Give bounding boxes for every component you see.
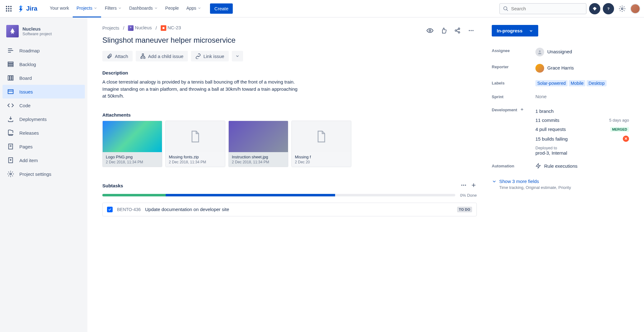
reporter-value[interactable]: Grace Harris — [535, 64, 629, 73]
automation-value[interactable]: Rule executions — [535, 163, 629, 169]
subtask-row[interactable]: BENTO-436Update documentation on develop… — [102, 203, 477, 216]
breadcrumb-projects[interactable]: Projects — [102, 25, 119, 31]
attach-icon — [107, 53, 112, 59]
dev-commits[interactable]: 11 commits — [535, 118, 559, 123]
attachment-date: 2 Dec 20 — [295, 160, 348, 164]
profile-avatar[interactable] — [630, 4, 640, 14]
deployed-value[interactable]: prod-3, Internal — [535, 150, 629, 156]
sidebar-item-add-item[interactable]: Add item — [2, 153, 85, 167]
done-percent: 0% Done — [460, 193, 477, 198]
svg-rect-17 — [8, 76, 10, 80]
svg-point-30 — [458, 28, 460, 30]
attachments-list: Logo PNG.png2 Dec 2018, 11:34 PMMissing … — [102, 121, 477, 167]
label-chip[interactable]: Desktop — [587, 80, 606, 86]
sidebar-item-project-settings[interactable]: Project settings — [2, 167, 85, 181]
add-child-button[interactable]: Add a child issue — [136, 51, 188, 61]
nav-your-work[interactable]: Your work — [46, 0, 73, 17]
show-more-fields-list: Time tracking, Original estimate, Priori… — [499, 185, 629, 190]
jira-logo[interactable]: Jira — [15, 5, 40, 12]
more-actions-icon[interactable] — [466, 25, 477, 36]
svg-point-37 — [472, 30, 473, 31]
nav-dashboards[interactable]: Dashboards — [125, 0, 162, 17]
search-box[interactable] — [499, 3, 587, 14]
build-fail-icon: ✕ — [623, 136, 629, 142]
sidebar-item-issues[interactable]: Issues — [2, 85, 85, 99]
sidebar-item-board[interactable]: Board — [2, 71, 85, 85]
sidebar-item-roadmap[interactable]: Roadmap — [2, 44, 85, 57]
chevron-down-icon — [492, 179, 497, 184]
svg-line-33 — [456, 29, 458, 30]
app-switcher-icon[interactable] — [4, 4, 14, 14]
nav-filters[interactable]: Filters — [101, 0, 125, 17]
project-header[interactable]: Nucleus Software project — [2, 25, 85, 44]
sidebar-item-code[interactable]: Code — [2, 99, 85, 112]
label-chip[interactable]: Mobile — [569, 80, 585, 86]
add-subtask-icon[interactable] — [471, 182, 477, 189]
svg-rect-2 — [10, 6, 12, 7]
dev-branch[interactable]: 1 branch — [535, 108, 554, 114]
status-dropdown[interactable]: In-progress — [492, 25, 538, 36]
subtask-key[interactable]: BENTO-436 — [117, 207, 141, 212]
svg-rect-41 — [144, 57, 145, 59]
sprint-value[interactable]: None — [535, 94, 629, 99]
issue-title[interactable]: Slingshot maneuver helper microservice — [102, 36, 477, 45]
dev-prs[interactable]: 4 pull requests — [535, 127, 566, 132]
file-icon — [166, 121, 225, 152]
roadmap-icon — [7, 47, 14, 54]
help-icon[interactable]: ? — [603, 3, 614, 14]
dev-builds[interactable]: 15 builds failing — [535, 136, 568, 142]
chevron-down-icon — [118, 6, 122, 10]
add-development-icon[interactable] — [520, 107, 524, 113]
development-value: 1 branch 11 commits5 days ago 4 pull req… — [535, 107, 629, 156]
chevron-down-icon — [235, 54, 240, 58]
share-icon[interactable] — [452, 25, 463, 36]
story-icon — [161, 25, 166, 31]
link-issue-dropdown[interactable] — [232, 51, 243, 61]
nav-apps[interactable]: Apps — [183, 0, 205, 17]
attachment-name: Instruction sheet.jpg — [232, 155, 285, 159]
search-input[interactable] — [511, 6, 583, 11]
code-icon — [7, 102, 14, 109]
attach-button[interactable]: Attach — [102, 51, 133, 61]
show-more-fields[interactable]: Show 3 more fields — [492, 179, 629, 184]
labels-value[interactable]: Solar-poweredMobileDesktop — [535, 80, 629, 86]
sidebar-item-releases[interactable]: Releases — [2, 126, 85, 140]
file-icon — [292, 121, 351, 152]
svg-point-42 — [461, 185, 462, 185]
settings-icon[interactable] — [617, 3, 628, 14]
attachment-card[interactable]: Missing f2 Dec 20 — [291, 121, 351, 167]
link-issue-button[interactable]: Link issue — [191, 51, 229, 61]
issue-header-actions — [424, 25, 477, 36]
top-navigation: Jira Your workProjectsFiltersDashboardsP… — [0, 0, 644, 17]
svg-line-10 — [506, 9, 508, 11]
breadcrumb-issue[interactable]: NC-23 — [161, 25, 181, 31]
chevron-down-icon — [198, 6, 201, 10]
attachment-card[interactable]: Missing fonts.zip2 Dec 2018, 11:34 PM — [165, 121, 225, 167]
child-issue-icon — [140, 53, 146, 59]
attachment-card[interactable]: Logo PNG.png2 Dec 2018, 11:34 PM — [102, 121, 162, 167]
label-chip[interactable]: Solar-powered — [535, 80, 568, 86]
create-button[interactable]: Create — [210, 3, 233, 14]
nav-projects[interactable]: Projects — [73, 0, 101, 17]
svg-rect-3 — [6, 8, 7, 9]
description-text[interactable]: A close terrestrial analogy is provided … — [102, 79, 302, 100]
subtask-status[interactable]: TO DO — [457, 207, 472, 212]
chevron-down-icon — [529, 29, 533, 33]
breadcrumb-project[interactable]: Nucleus — [128, 25, 152, 31]
subtasks-progress: 0% Done — [102, 193, 477, 198]
sidebar-item-deployments[interactable]: Deployments — [2, 112, 85, 126]
assignee-value[interactable]: Unassigned — [535, 48, 629, 56]
sidebar-item-backlog[interactable]: Backlog — [2, 57, 85, 71]
sidebar-item-pages[interactable]: Pages — [2, 140, 85, 153]
like-icon[interactable] — [438, 25, 449, 36]
nav-people[interactable]: People — [162, 0, 183, 17]
subtask-type-icon — [107, 207, 113, 212]
progress-bar — [102, 194, 455, 196]
chevron-down-icon — [154, 6, 158, 10]
watch-icon[interactable] — [424, 25, 436, 36]
subtasks-more-icon[interactable] — [461, 182, 467, 189]
svg-rect-8 — [10, 10, 12, 12]
notifications-icon[interactable] — [589, 3, 600, 14]
jira-logo-text: Jira — [26, 5, 37, 12]
attachment-card[interactable]: Instruction sheet.jpg2 Dec 2018, 11:34 P… — [228, 121, 288, 167]
